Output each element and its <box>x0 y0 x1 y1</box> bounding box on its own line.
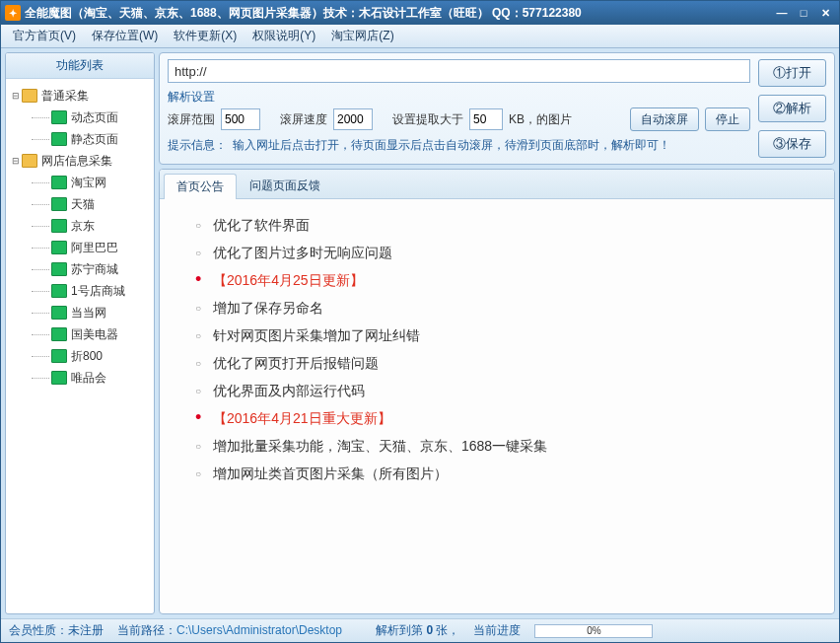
parsed-label: 解析到第 <box>376 623 423 637</box>
tree-connector <box>32 204 49 205</box>
tree-item-label[interactable]: 淘宝网 <box>71 175 106 191</box>
parse-button[interactable]: ②解析 <box>758 95 826 122</box>
tabs-panel: 首页公告 问题页面反馈 优化了软件界面优化了图片过多时无响应问题【2016年4月… <box>159 169 835 614</box>
stop-button[interactable]: 停止 <box>705 107 750 131</box>
bulletin-item: 优化了软件界面 <box>195 217 816 235</box>
extract-kb-input[interactable] <box>469 108 503 130</box>
bulletin-list: 优化了软件界面优化了图片过多时无响应问题【2016年4月25日更新】增加了保存另… <box>195 217 816 483</box>
folder-icon <box>51 262 67 276</box>
minimize-button[interactable]: — <box>772 5 792 21</box>
folder-icon <box>22 89 37 103</box>
tree-item-label[interactable]: 动态页面 <box>71 109 118 126</box>
tree-connector <box>32 313 49 314</box>
folder-icon <box>51 219 67 233</box>
scroll-range-input[interactable] <box>221 108 260 130</box>
menu-update[interactable]: 软件更新(X) <box>166 26 245 46</box>
bulletin-item: 优化界面及内部运行代码 <box>195 383 816 400</box>
tree-group-label[interactable]: 普通采集 <box>41 88 89 105</box>
bulletin-item: 增加批量采集功能，淘宝、天猫、京东、1688一键采集 <box>195 438 816 456</box>
folder-icon <box>51 176 67 189</box>
tree-connector <box>32 248 49 249</box>
menu-taobao-shop[interactable]: 淘宝网店(Z) <box>323 26 401 46</box>
tree-item-label[interactable]: 当当网 <box>71 305 106 322</box>
title-bar: ✦ 全能魔图（淘宝、天猫、京东、1688、网页图片采集器）技术：木石设计工作室（… <box>1 1 839 25</box>
app-body: 功能列表 ⊟普通采集动态页面静态页面⊟网店信息采集淘宝网天猫京东阿里巴巴苏宁商城… <box>1 48 839 618</box>
tree-connector <box>32 334 49 335</box>
tree-item-label[interactable]: 1号店商城 <box>71 283 125 300</box>
bulletin-item: 【2016年4月25日更新】 <box>195 272 816 290</box>
extract-prefix-label: 设置提取大于 <box>392 111 463 128</box>
bulletin-item: 针对网页图片采集增加了网址纠错 <box>195 327 816 345</box>
tree-item-label[interactable]: 折800 <box>71 348 103 365</box>
hint-text: 输入网址后点击打开，待页面显示后点击自动滚屏，待滑到页面底部时，解析即可！ <box>233 137 670 154</box>
menu-home[interactable]: 官方首页(V) <box>5 26 84 46</box>
folder-icon <box>51 349 67 363</box>
tab-body[interactable]: 优化了软件界面优化了图片过多时无响应问题【2016年4月25日更新】增加了保存另… <box>160 199 834 613</box>
progress-label: 当前进度 <box>473 622 521 639</box>
tabs-head: 首页公告 问题页面反馈 <box>160 170 834 199</box>
auto-scroll-button[interactable]: 自动滚屏 <box>630 107 699 131</box>
folder-icon <box>51 241 67 254</box>
menu-permission[interactable]: 权限说明(Y) <box>245 26 323 46</box>
tree-item-label[interactable]: 国美电器 <box>71 326 118 343</box>
open-button[interactable]: ①打开 <box>758 59 826 87</box>
folder-icon <box>51 306 67 320</box>
status-bar: 会员性质：未注册 当前路径：C:\Users\Administrator\Des… <box>1 618 839 642</box>
tree-item-label[interactable]: 京东 <box>71 218 95 235</box>
extract-suffix-label: KB，的图片 <box>509 111 572 128</box>
tree-item-label[interactable]: 唯品会 <box>71 370 106 387</box>
tree-connector <box>32 269 49 270</box>
sidebar: 功能列表 ⊟普通采集动态页面静态页面⊟网店信息采集淘宝网天猫京东阿里巴巴苏宁商城… <box>5 52 155 614</box>
parsed-count: 0 <box>426 623 433 637</box>
scroll-speed-input[interactable] <box>333 108 373 130</box>
menu-bar: 官方首页(V) 保存位置(W) 软件更新(X) 权限说明(Y) 淘宝网店(Z) <box>1 25 839 48</box>
sidebar-title: 功能列表 <box>6 53 154 79</box>
control-panel: 解析设置 滚屏范围 滚屏速度 设置提取大于 KB，的图片 <box>159 52 835 165</box>
bulletin-item: 【2016年4月21日重大更新】 <box>195 410 816 428</box>
tree-connector <box>32 117 49 118</box>
tree-connector <box>32 226 49 227</box>
tree-connector <box>32 378 49 379</box>
action-buttons: ①打开 ②解析 ③保存 <box>758 59 826 158</box>
bulletin-item: 优化了网页打开后报错问题 <box>195 355 816 373</box>
tree-group-label[interactable]: 网店信息采集 <box>41 153 112 170</box>
window-title: 全能魔图（淘宝、天猫、京东、1688、网页图片采集器）技术：木石设计工作室（旺旺… <box>25 5 772 22</box>
hint-label: 提示信息： <box>168 137 227 154</box>
path-value: C:\Users\Administrator\Desktop <box>176 623 342 637</box>
folder-icon <box>51 132 67 146</box>
tab-feedback[interactable]: 问题页面反馈 <box>237 173 333 198</box>
maximize-button[interactable]: □ <box>794 5 813 21</box>
member-label: 会员性质： <box>9 623 68 637</box>
tab-announcement[interactable]: 首页公告 <box>164 174 237 199</box>
tree: ⊟普通采集动态页面静态页面⊟网店信息采集淘宝网天猫京东阿里巴巴苏宁商城1号店商城… <box>6 79 154 613</box>
app-icon: ✦ <box>5 5 21 21</box>
tree-connector <box>32 356 49 357</box>
bulletin-item: 增加网址类首页图片采集（所有图片） <box>195 465 816 483</box>
folder-icon <box>51 327 67 341</box>
close-button[interactable]: ✕ <box>815 5 835 21</box>
url-input[interactable] <box>168 59 750 83</box>
parsed-suffix: 张， <box>436 623 459 637</box>
scroll-speed-label: 滚屏速度 <box>280 111 327 128</box>
folder-icon <box>22 154 37 168</box>
progress-text: 0% <box>535 625 652 636</box>
path-label: 当前路径： <box>117 623 176 637</box>
main-area: 解析设置 滚屏范围 滚屏速度 设置提取大于 KB，的图片 <box>159 52 835 614</box>
tree-toggle-icon[interactable]: ⊟ <box>10 91 22 101</box>
tree-item-label[interactable]: 苏宁商城 <box>71 261 118 278</box>
tree-connector <box>32 182 49 183</box>
tree-item-label[interactable]: 阿里巴巴 <box>71 240 118 256</box>
tree-item-label[interactable]: 天猫 <box>71 196 95 213</box>
folder-icon <box>51 371 67 385</box>
tree-toggle-icon[interactable]: ⊟ <box>10 156 22 166</box>
scroll-range-label: 滚屏范围 <box>168 111 215 128</box>
folder-icon <box>51 110 67 124</box>
app-window: ✦ 全能魔图（淘宝、天猫、京东、1688、网页图片采集器）技术：木石设计工作室（… <box>0 0 840 643</box>
save-button[interactable]: ③保存 <box>758 130 826 158</box>
menu-save-location[interactable]: 保存位置(W) <box>84 26 166 46</box>
tree-connector <box>32 291 49 292</box>
bulletin-item: 增加了保存另命名 <box>195 300 816 318</box>
folder-icon <box>51 284 67 298</box>
tree-item-label[interactable]: 静态页面 <box>71 131 118 148</box>
member-value: 未注册 <box>68 623 104 637</box>
